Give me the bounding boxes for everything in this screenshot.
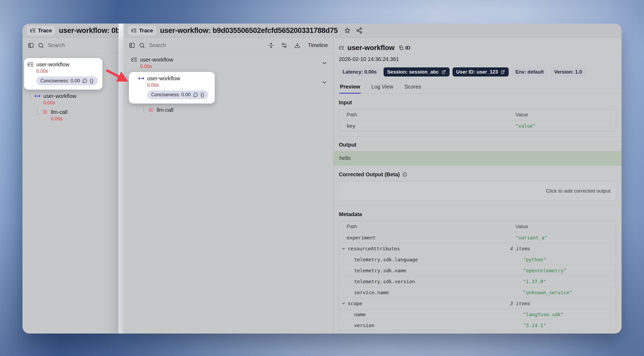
score-badge[interactable]: Conciseness: 0.00{}	[36, 76, 98, 85]
node-label: user-workflow	[140, 57, 173, 63]
row-path: attributes	[354, 334, 383, 334]
table-row: name"langfuse-sdk"	[339, 309, 616, 320]
table-row: telemetry.sdk.name"opentelemetry"	[339, 265, 616, 276]
node-label: user-workflow	[43, 93, 76, 99]
panel-left-icon[interactable]	[129, 42, 135, 48]
trace-tree: user-workflow0.00suser-workflow0.00sConc…	[124, 53, 333, 334]
share-button[interactable]	[356, 27, 362, 34]
input-heading: Input	[339, 99, 616, 106]
corrected-output-box[interactable]: Click to add corrected output	[339, 181, 616, 201]
trace-tree-node[interactable]: user-workflow0.00sConciseness: 0.00{}	[24, 58, 102, 90]
copy-id-button[interactable]: ID	[398, 45, 410, 51]
trace-badge-user-id[interactable]: User ID: user_123	[453, 67, 509, 76]
chevron-down-icon[interactable]	[341, 301, 346, 306]
score-badge-json: {}	[201, 92, 204, 98]
trace-tree-node[interactable]: user-workflow0.00s	[131, 56, 173, 69]
trace-tree-node[interactable]: user-workflow0.00sConciseness: 0.00{}	[129, 72, 215, 104]
back-search-row: Search	[22, 38, 118, 53]
tab-log-view[interactable]: Log View	[371, 81, 394, 94]
badge-label: Version: 1.0	[554, 69, 582, 75]
timeline-toggle[interactable]: Timeline	[308, 42, 328, 48]
trace-badge-session[interactable]: Session: session_abc	[384, 67, 450, 76]
badge-label: User ID: user_123	[456, 69, 498, 75]
tab-preview[interactable]: Preview	[339, 81, 361, 94]
row-path: name	[354, 312, 366, 317]
row-value: "python"	[523, 257, 616, 262]
page-title: user-workflow: 0bde	[59, 26, 118, 35]
trace-badge-version: Version: 1.0	[550, 67, 586, 76]
column-header-value: Value	[515, 112, 616, 118]
row-path: telemetry.sdk.name	[354, 268, 406, 273]
output-value: hello	[333, 151, 622, 166]
row-path: scope	[348, 301, 362, 306]
view-settings-button[interactable]	[281, 42, 287, 48]
node-label: user-workflow	[147, 75, 180, 82]
row-path: telemetry.sdk.language	[354, 257, 418, 262]
table-row: telemetry.sdk.version"1.37.0"	[339, 276, 616, 287]
row-value: 3 items	[510, 301, 616, 306]
metadata-heading: Metadata	[339, 211, 616, 217]
trace-tree-node[interactable]: llm-call0.00s	[42, 109, 67, 122]
chevron-down-icon[interactable]	[341, 246, 346, 251]
page-title: user-workflow: b9d035506502efcfd56520033…	[160, 26, 338, 35]
section-divider	[333, 206, 622, 206]
table-row: version"3.14.1"	[339, 320, 616, 331]
front-titlebar: Trace user-workflow: b9d035506502efcfd56…	[124, 24, 622, 38]
row-value: "1.37.0"	[523, 279, 616, 284]
row-path: service.name	[354, 290, 389, 295]
download-button[interactable]	[294, 42, 300, 48]
search-icon	[38, 42, 44, 49]
node-label: llm-call	[51, 109, 67, 115]
trace-timestamp: 2026-02-10 14:36:24.361	[339, 56, 616, 62]
list-tree-icon	[131, 56, 137, 63]
comment-icon	[193, 92, 198, 97]
column-header-value: Value	[515, 224, 616, 229]
search-input[interactable]: Search	[48, 42, 65, 48]
score-badge-label: Conciseness: 0.00	[151, 92, 191, 98]
star-button[interactable]	[344, 27, 351, 34]
score-badge[interactable]: Conciseness: 0.00{}	[147, 90, 208, 99]
external-link-icon	[441, 70, 446, 74]
chevron-down-icon[interactable]	[321, 60, 327, 66]
node-label: llm-call	[157, 107, 173, 113]
node-latency: 0.00s	[43, 100, 76, 106]
row-path: key	[347, 123, 355, 129]
metadata-table: PathValueexperiment"variant_a"resourceAt…	[339, 221, 616, 334]
move-horizontal-icon	[34, 93, 41, 99]
row-path: telemetry.sdk.version	[354, 279, 415, 284]
list-tree-icon	[339, 45, 344, 51]
table-row[interactable]: resourceAttributes4 items	[339, 243, 616, 254]
table-row[interactable]: attributes1 items	[339, 331, 616, 334]
panel-left-icon[interactable]	[28, 42, 34, 48]
badge-label: Session: session_abc	[387, 69, 439, 75]
trace-window-back: Trace user-workflow: 0bde Search user-wo…	[22, 24, 118, 334]
corrected-output-label: Corrected Output (Beta)	[339, 171, 400, 178]
row-value: "3.14.1"	[523, 323, 616, 328]
list-tree-icon	[131, 28, 137, 33]
row-value: 4 items	[510, 246, 616, 251]
row-path: experiment	[347, 235, 375, 240]
score-badge-json: {}	[90, 78, 94, 84]
node-label: user-workflow	[36, 62, 69, 68]
desktop: Trace user-workflow: 0bde Search user-wo…	[0, 0, 644, 356]
back-titlebar: Trace user-workflow: 0bde	[22, 24, 118, 38]
tree-panel: Search Timeline user-workflow0.00suser-w…	[124, 38, 333, 334]
tab-scores[interactable]: Scores	[404, 81, 422, 94]
table-row[interactable]: scope3 items	[339, 298, 616, 309]
trace-tree-node[interactable]: llm-call	[148, 107, 173, 113]
info-icon[interactable]	[402, 172, 407, 177]
node-latency: 0.00s	[36, 68, 98, 74]
table-header-row: PathValue	[339, 221, 616, 232]
list-tree-icon	[30, 28, 36, 33]
collapse-all-button[interactable]	[268, 42, 274, 48]
chevron-down-icon[interactable]	[321, 79, 327, 85]
list-tree-icon	[27, 61, 34, 68]
search-input[interactable]: Search	[149, 42, 166, 48]
move-horizontal-icon	[138, 75, 144, 82]
section-divider	[333, 136, 622, 136]
table-row: experiment"variant_a"	[339, 232, 616, 243]
trace-type-badge: Trace	[128, 26, 156, 35]
row-path: resourceAttributes	[348, 246, 400, 251]
trace-tree-node[interactable]: user-workflow0.00s	[34, 93, 76, 106]
external-link-icon	[500, 70, 505, 74]
